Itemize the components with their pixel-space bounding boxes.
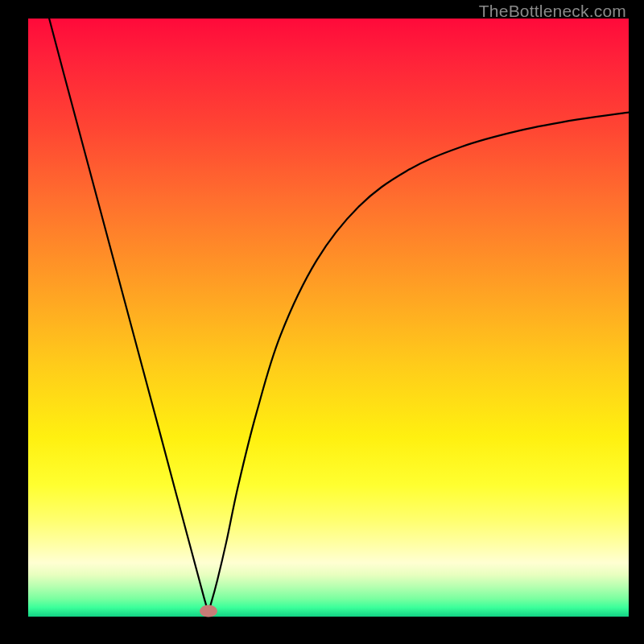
curve-svg [28,19,629,617]
chart-frame: TheBottleneck.com [0,0,644,644]
bottleneck-curve [49,19,629,611]
optimum-marker [200,605,217,617]
plot-area [28,19,629,617]
